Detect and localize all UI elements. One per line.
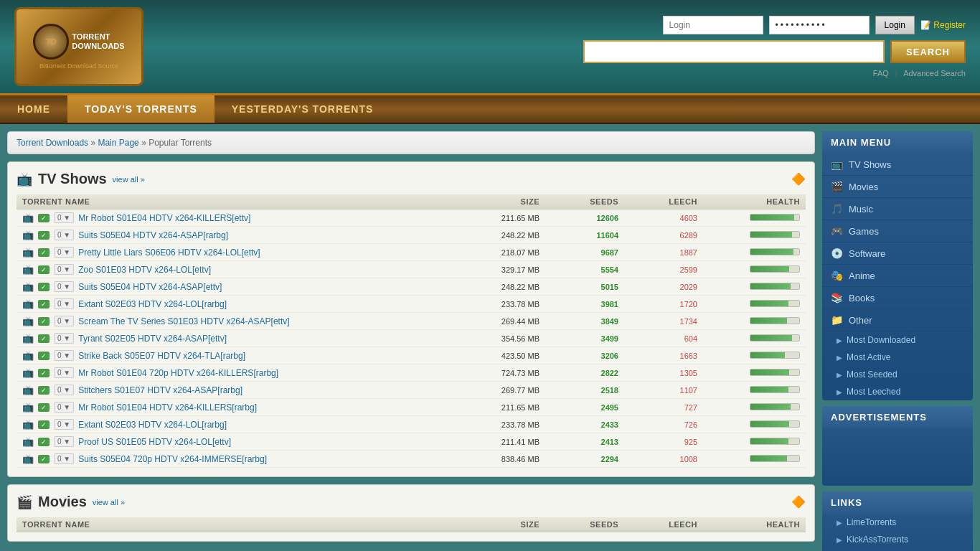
torrent-health bbox=[703, 209, 806, 227]
torrent-name-link[interactable]: Mr Robot S01E04 HDTV x264-KILLERS[rarbg] bbox=[78, 402, 257, 413]
sidebar-item-other[interactable]: 📁 Other bbox=[822, 309, 973, 331]
sidebar-torrents-to[interactable]: ▶ Torrents.to bbox=[822, 548, 973, 551]
sidebar-kickass-label: KickAssTorrents bbox=[847, 534, 908, 545]
torrent-name-cell: 📺 ✓ 0 ▼ Stitchers S01E07 HDTV x264-ASAP[… bbox=[22, 385, 445, 395]
anime-icon: 🎭 bbox=[831, 270, 843, 281]
vote-box[interactable]: 0 ▼ bbox=[54, 367, 74, 378]
nav-today[interactable]: TODAY'S TORRENTS bbox=[67, 95, 215, 123]
register-link[interactable]: 📝 Register bbox=[920, 20, 966, 30]
torrent-name-link[interactable]: Mr Robot S01E04 HDTV x264-KILLERS[ettv] bbox=[78, 213, 250, 223]
vote-box[interactable]: 0 ▼ bbox=[54, 212, 74, 223]
arrow-downloaded-icon: ▶ bbox=[837, 336, 842, 344]
vote-box[interactable]: 0 ▼ bbox=[54, 247, 74, 258]
vote-box[interactable]: 0 ▼ bbox=[54, 264, 74, 275]
health-bar-container bbox=[750, 438, 800, 445]
table-row: 📺 ✓ 0 ▼ Zoo S01E03 HDTV x264-LOL[ettv] 3… bbox=[17, 261, 806, 278]
sidebar-most-leeched[interactable]: ▶ Most Leeched bbox=[822, 383, 973, 400]
software-icon: 💿 bbox=[831, 248, 843, 259]
torrent-name-link[interactable]: Extant S02E03 HDTV x264-LOL[rarbg] bbox=[78, 299, 227, 309]
breadcrumb-main[interactable]: Main Page bbox=[98, 138, 138, 148]
nav-yesterday[interactable]: YESTERDAY'S TORRENTS bbox=[215, 95, 391, 123]
movies-col-health: HEALTH bbox=[703, 517, 806, 532]
health-bar bbox=[750, 301, 788, 306]
col-torrent-name: TORRENT NAME bbox=[17, 194, 451, 209]
faq-link[interactable]: FAQ bbox=[873, 69, 889, 77]
vote-box[interactable]: 0 ▼ bbox=[54, 385, 74, 395]
advanced-search-link[interactable]: Advanced Search bbox=[903, 69, 966, 77]
torrent-name-link[interactable]: Suits S05E04 HDTV x264-ASAP[rarbg] bbox=[78, 230, 228, 240]
sidebar-item-tv-shows[interactable]: 📺 TV Shows bbox=[822, 154, 973, 176]
sidebar-most-downloaded[interactable]: ▶ Most Downloaded bbox=[822, 331, 973, 349]
login-input[interactable] bbox=[663, 16, 763, 34]
health-bar bbox=[750, 335, 792, 341]
tv-row-icon: 📺 bbox=[22, 316, 34, 326]
vote-box[interactable]: 0 ▼ bbox=[54, 298, 74, 309]
torrent-name-link[interactable]: Pretty Little Liars S06E06 HDTV x264-LOL… bbox=[78, 248, 260, 258]
movies-icon: 🎬 bbox=[831, 181, 843, 192]
vote-box[interactable]: 0 ▼ bbox=[54, 419, 74, 430]
tv-rss-icon[interactable]: 🔶 bbox=[791, 172, 806, 186]
torrent-name-link[interactable]: Tyrant S02E05 HDTV x264-ASAP[ettv] bbox=[78, 334, 227, 344]
table-row: 📺 ✓ 0 ▼ Mr Robot S01E04 720p HDTV x264-K… bbox=[17, 364, 806, 382]
sidebar-item-games[interactable]: 🎮 Games bbox=[822, 220, 973, 242]
torrent-name-link[interactable]: Mr Robot S01E04 720p HDTV x264-KILLERS[r… bbox=[78, 368, 278, 378]
torrent-name-link[interactable]: Proof US S01E05 HDTV x264-LOL[ettv] bbox=[78, 437, 231, 447]
arrow-leeched-icon: ▶ bbox=[837, 388, 842, 396]
movies-header: 🎬 Movies view all » 🔶 bbox=[17, 494, 806, 510]
password-input[interactable] bbox=[769, 16, 870, 34]
other-icon: 📁 bbox=[831, 314, 843, 326]
torrent-name-link[interactable]: Strike Back S05E07 HDTV x264-TLA[rarbg] bbox=[78, 351, 245, 361]
sidebar-item-books[interactable]: 📚 Books bbox=[822, 287, 973, 309]
sidebar-item-music[interactable]: 🎵 Music bbox=[822, 198, 973, 220]
vote-box[interactable]: 0 ▼ bbox=[54, 316, 74, 326]
torrent-name-link[interactable]: Suits S05E04 720p HDTV x264-IMMERSE[rarb… bbox=[78, 454, 267, 464]
movies-view-all[interactable]: view all » bbox=[93, 498, 125, 507]
sidebar-item-anime[interactable]: 🎭 Anime bbox=[822, 265, 973, 287]
torrent-name-link[interactable]: Stitchers S01E07 HDTV x264-ASAP[rarbg] bbox=[78, 385, 242, 395]
torrent-health bbox=[703, 227, 806, 244]
sidebar-most-active[interactable]: ▶ Most Active bbox=[822, 349, 973, 366]
games-icon: 🎮 bbox=[831, 225, 843, 237]
separator: | bbox=[895, 69, 897, 77]
movies-rss-icon[interactable]: 🔶 bbox=[791, 495, 806, 509]
verified-badge: ✓ bbox=[38, 317, 50, 326]
vote-box[interactable]: 0 ▼ bbox=[54, 436, 74, 447]
torrent-name-link[interactable]: Scream The TV Series S01E03 HDTV x264-AS… bbox=[78, 316, 289, 326]
torrent-name-cell: 📺 ✓ 0 ▼ Mr Robot S01E04 HDTV x264-KILLER… bbox=[22, 402, 445, 413]
search-button[interactable]: SEARCH bbox=[890, 40, 966, 63]
vote-box[interactable]: 0 ▼ bbox=[54, 350, 74, 361]
sidebar-music-label: Music bbox=[849, 204, 873, 215]
sidebar-item-movies[interactable]: 🎬 Movies bbox=[822, 176, 973, 198]
torrent-leech: 2029 bbox=[624, 278, 703, 296]
search-input[interactable] bbox=[583, 40, 885, 63]
verified-badge: ✓ bbox=[38, 403, 50, 412]
torrent-name-link[interactable]: Zoo S01E03 HDTV x264-LOL[ettv] bbox=[78, 265, 211, 275]
sidebar-kickass[interactable]: ▶ KickAssTorrents bbox=[822, 531, 973, 548]
torrent-name-cell: 📺 ✓ 0 ▼ Suits S05E04 HDTV x264-ASAP[ettv… bbox=[22, 281, 445, 292]
sidebar-games-label: Games bbox=[849, 226, 879, 237]
torrent-size: 211.41 MB bbox=[451, 433, 545, 451]
nav-bar: HOME TODAY'S TORRENTS YESTERDAY'S TORREN… bbox=[0, 95, 980, 124]
vote-box[interactable]: 0 ▼ bbox=[54, 453, 74, 464]
vote-box[interactable]: 0 ▼ bbox=[54, 281, 74, 292]
torrent-name-link[interactable]: Suits S05E04 HDTV x264-ASAP[ettv] bbox=[78, 282, 222, 292]
tv-shows-view-all[interactable]: view all » bbox=[113, 175, 145, 184]
sidebar-most-seeded[interactable]: ▶ Most Seeded bbox=[822, 366, 973, 383]
vote-box[interactable]: 0 ▼ bbox=[54, 230, 74, 240]
sidebar-most-active-label: Most Active bbox=[847, 352, 890, 362]
tv-row-icon: 📺 bbox=[22, 436, 34, 447]
breadcrumb-home[interactable]: Torrent Downloads bbox=[17, 138, 88, 148]
torrent-health bbox=[703, 313, 806, 330]
nav-home[interactable]: HOME bbox=[0, 95, 67, 123]
health-bar-container bbox=[750, 403, 800, 410]
sidebar-limetorrents[interactable]: ▶ LimeTorrents bbox=[822, 514, 973, 531]
movies-section: 🎬 Movies view all » 🔶 TORRENT NAME SIZE … bbox=[7, 484, 815, 542]
vote-box[interactable]: 0 ▼ bbox=[54, 402, 74, 413]
vote-box[interactable]: 0 ▼ bbox=[54, 333, 74, 344]
arrow-active-icon: ▶ bbox=[837, 354, 842, 362]
login-button[interactable]: Login bbox=[875, 16, 915, 34]
torrent-seeds: 12606 bbox=[545, 209, 624, 227]
movies-col-leech: LEECH bbox=[624, 517, 703, 532]
sidebar-item-software[interactable]: 💿 Software bbox=[822, 242, 973, 265]
torrent-name-link[interactable]: Extant S02E03 HDTV x264-LOL[rarbg] bbox=[78, 420, 227, 430]
